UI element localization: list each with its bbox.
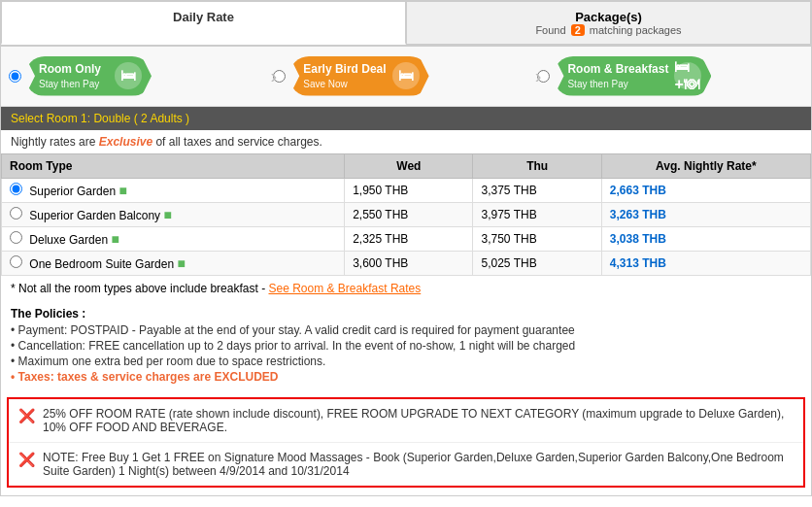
room-avg-cell: 3,038 THB [601,226,810,251]
room-icon: ■ [118,183,126,198]
room-breakfast-label: Room & Breakfast [567,62,668,78]
col-thu: Thu [473,153,601,178]
room-only-sub: Stay then Pay [39,78,101,90]
room-name-cell: One Bedroom Suite Garden ■ [2,251,345,275]
tab-packages-sub: Found 2 matching packages [419,24,798,36]
room-only-radio[interactable] [9,70,21,83]
room-radio-2[interactable] [10,231,22,244]
room-avg-cell: 3,263 THB [601,202,810,226]
nightly-rates-note: Nightly rates are Exclusive of all taxes… [1,130,811,153]
promo-area: ❌ 25% OFF ROOM RATE (rate shown include … [7,397,805,488]
room-thu-cell: 5,025 THB [473,251,601,275]
policy-tax: • Taxes: taxes & service charges are EXC… [11,370,801,384]
room-name: Deluxe Garden [29,233,108,247]
early-bird-sub: Save Now [303,78,386,90]
table-row[interactable]: One Bedroom Suite Garden ■ 3,600 THB 5,0… [2,251,811,275]
select-room-label: Select Room 1: [11,112,90,125]
col-wed: Wed [345,153,473,178]
room-icon: ■ [111,231,118,247]
tab-packages[interactable]: Package(s) Found 2 matching packages [406,1,811,45]
room-icon: ■ [163,207,171,222]
table-row[interactable]: Superior Garden Balcony ■ 2,550 THB 3,97… [2,202,811,226]
promo-error-icon-0: ❌ [18,408,35,423]
room-name: Superior Garden Balcony [29,209,160,222]
room-avg-cell: 2,663 THB [601,178,810,202]
connector-2: › [535,65,542,87]
select-room-bar: Select Room 1: Double ( 2 Adults ) [1,107,811,130]
room-thu-cell: 3,375 THB [473,178,601,202]
room-name: Superior Garden [29,185,116,198]
tab-daily-rate-label: Daily Rate [14,10,393,24]
promo-text-0: 25% OFF ROOM RATE (rate shown include di… [43,407,794,434]
room-breakfast-pill: Room & Breakfast Stay then Pay 🛏+🍽 [554,56,711,96]
room-thu-cell: 3,975 THB [473,202,601,226]
policies-section: The Policies : • Payment: POSTPAID - Pay… [1,301,811,389]
room-table: Room Type Wed Thu Avg. Nightly Rate* Sup… [1,153,811,276]
room-only-label: Room Only [39,62,101,78]
policy-item-1: • Cancellation: FREE cancellation up to … [11,339,801,353]
early-bird-icon: 🛏 [392,62,420,89]
room-icon: ■ [177,255,185,271]
table-row[interactable]: Superior Garden ■ 1,950 THB 3,375 THB 2,… [2,178,811,202]
col-avg: Avg. Nightly Rate* [601,153,810,178]
promo-error-icon-1: ❌ [18,452,35,467]
rate-option-room-only[interactable]: Room Only Stay then Pay 🛏 [9,56,275,96]
col-room-type: Room Type [2,153,345,178]
select-room-detail: Double ( 2 Adults ) [93,112,189,125]
room-name-cell: Superior Garden ■ [2,178,345,202]
early-bird-pill: Early Bird Deal Save Now 🛏 [289,56,428,96]
room-name-cell: Superior Garden Balcony ■ [2,202,345,226]
room-breakfast-sub: Stay then Pay [567,78,668,90]
room-wed-cell: 2,325 THB [345,226,473,251]
room-thu-cell: 3,750 THB [473,226,601,251]
promo-box-1: ❌ NOTE: Free Buy 1 Get 1 FREE on Signatu… [9,443,803,486]
room-only-icon: 🛏 [115,62,142,89]
room-wed-cell: 2,550 THB [345,202,473,226]
table-row[interactable]: Deluxe Garden ■ 2,325 THB 3,750 THB 3,03… [2,226,811,251]
early-bird-label: Early Bird Deal [303,62,386,78]
room-wed-cell: 1,950 THB [345,178,473,202]
packages-badge: 2 [571,24,585,36]
rate-option-early-bird[interactable]: Early Bird Deal Save Now 🛏 [273,56,539,96]
breakfast-note: * Not all the room types above include b… [1,276,811,301]
room-radio-0[interactable] [10,183,22,195]
policies-title: The Policies : [11,307,801,321]
rate-option-room-breakfast[interactable]: Room & Breakfast Stay then Pay 🛏+🍽 [537,56,803,96]
breakfast-link[interactable]: See Room & Breakfast Rates [268,282,421,295]
rate-options: Room Only Stay then Pay 🛏 › Early Bird D… [1,47,811,107]
promo-text-1: NOTE: Free Buy 1 Get 1 FREE on Signature… [43,451,794,478]
room-name-cell: Deluxe Garden ■ [2,226,345,251]
tabs-bar: Daily Rate Package(s) Found 2 matching p… [1,1,811,47]
policy-item-0: • Payment: POSTPAID - Payable at the end… [11,323,801,337]
table-header-row: Room Type Wed Thu Avg. Nightly Rate* [2,153,811,178]
tab-packages-label: Package(s) [419,10,798,24]
room-name: One Bedroom Suite Garden [29,257,174,271]
connector-1: › [271,65,278,87]
tab-daily-rate[interactable]: Daily Rate [1,1,406,45]
room-wed-cell: 3,600 THB [345,251,473,275]
room-breakfast-icon: 🛏+🍽 [674,62,701,89]
main-container: Daily Rate Package(s) Found 2 matching p… [0,0,812,496]
room-avg-cell: 4,313 THB [601,251,810,275]
policy-item-2: • Maximum one extra bed per room due to … [11,355,801,368]
room-only-pill: Room Only Stay then Pay 🛏 [25,56,152,96]
promo-box-0: ❌ 25% OFF ROOM RATE (rate shown include … [9,399,803,443]
room-radio-3[interactable] [10,255,22,268]
room-radio-1[interactable] [10,207,22,220]
